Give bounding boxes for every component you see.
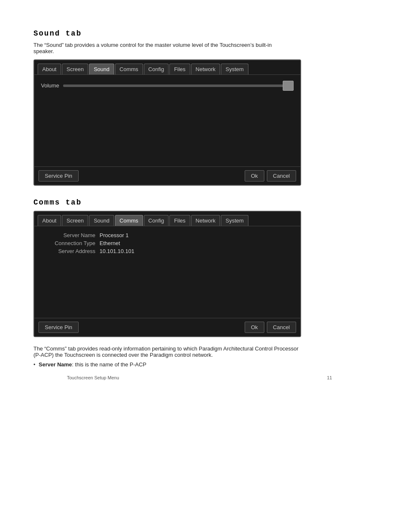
sound-tab-section: Sound tab The “Sound” tab provides a vol… bbox=[33, 29, 366, 186]
volume-track[interactable] bbox=[63, 84, 294, 87]
footer-label: Touchscreen Setup Menu bbox=[67, 375, 119, 380]
sound-ok-button[interactable]: Ok bbox=[245, 170, 264, 182]
comms-service-pin-button[interactable]: Service Pin bbox=[38, 322, 79, 333]
comms-tab-config[interactable]: Config bbox=[144, 215, 169, 226]
sound-service-pin-button[interactable]: Service Pin bbox=[38, 170, 79, 182]
comms-description: The “Comms” tab provides read-only infor… bbox=[33, 345, 301, 368]
sound-tab-comms[interactable]: Comms bbox=[115, 64, 143, 74]
bullet-text: Server Name: this is the name of the P-A… bbox=[39, 361, 146, 368]
sound-tab-network[interactable]: Network bbox=[191, 64, 220, 74]
comms-ok-button[interactable]: Ok bbox=[245, 322, 264, 333]
sound-tab-title: Sound tab bbox=[33, 29, 366, 38]
volume-row: Volume bbox=[41, 82, 294, 89]
comms-panel-body: Server NameProcessor 1Connection TypeEth… bbox=[34, 226, 300, 318]
comms-tab-section: Comms tab AboutScreenSoundCommsConfigFil… bbox=[33, 198, 366, 368]
comms-field-row-0: Server NameProcessor 1 bbox=[41, 232, 294, 238]
sound-cancel-button[interactable]: Cancel bbox=[267, 170, 296, 182]
comms-tab-sound[interactable]: Sound bbox=[89, 215, 114, 226]
bullet-definition: : this is the name of the P-ACP bbox=[72, 361, 146, 368]
comms-tab-comms[interactable]: Comms bbox=[115, 215, 143, 226]
sound-tab-description: The “Sound” tab provides a volume contro… bbox=[33, 42, 293, 54]
comms-desc-text: The “Comms” tab provides read-only infor… bbox=[33, 345, 301, 358]
comms-tab-files[interactable]: Files bbox=[169, 215, 190, 226]
sound-panel-footer: Service Pin Ok Cancel bbox=[34, 166, 300, 185]
comms-tab-title: Comms tab bbox=[33, 198, 366, 207]
comms-bullet: • Server Name: this is the name of the P… bbox=[33, 361, 301, 368]
comms-footer-left: Service Pin bbox=[38, 322, 79, 333]
volume-label: Volume bbox=[41, 82, 59, 89]
sound-tab-sound[interactable]: Sound bbox=[89, 64, 114, 74]
volume-handle[interactable] bbox=[283, 81, 294, 91]
comms-field-row-2: Server Address10.101.10.101 bbox=[41, 248, 294, 254]
comms-panel: AboutScreenSoundCommsConfigFilesNetworkS… bbox=[33, 211, 301, 337]
comms-field-value-0: Processor 1 bbox=[100, 232, 128, 238]
sound-panel-body: Volume bbox=[34, 74, 300, 166]
sound-footer-left: Service Pin bbox=[38, 170, 79, 182]
sound-tab-about[interactable]: About bbox=[38, 64, 61, 74]
sound-footer-right: Ok Cancel bbox=[245, 170, 296, 182]
comms-field-value-1: Ethernet bbox=[100, 240, 120, 246]
comms-tab-network[interactable]: Network bbox=[191, 215, 220, 226]
sound-tab-files[interactable]: Files bbox=[169, 64, 190, 74]
page-number: 11 bbox=[327, 375, 332, 380]
sound-tab-config[interactable]: Config bbox=[144, 64, 169, 74]
sound-tab-bar: AboutScreenSoundCommsConfigFilesNetworkS… bbox=[34, 60, 300, 74]
sound-tab-screen[interactable]: Screen bbox=[62, 64, 88, 74]
comms-cancel-button[interactable]: Cancel bbox=[267, 322, 296, 333]
comms-tab-system[interactable]: System bbox=[221, 215, 248, 226]
comms-tab-about[interactable]: About bbox=[38, 215, 61, 226]
comms-field-label-0: Server Name bbox=[41, 232, 95, 238]
page-footer: Touchscreen Setup Menu 11 bbox=[33, 368, 366, 393]
sound-panel: AboutScreenSoundCommsConfigFilesNetworkS… bbox=[33, 59, 301, 186]
comms-field-value-2: 10.101.10.101 bbox=[100, 248, 134, 254]
comms-field-label-1: Connection Type bbox=[41, 240, 95, 246]
bullet-term: Server Name bbox=[39, 361, 72, 368]
comms-tab-bar: AboutScreenSoundCommsConfigFilesNetworkS… bbox=[34, 212, 300, 226]
comms-field-label-2: Server Address bbox=[41, 248, 95, 254]
comms-panel-footer: Service Pin Ok Cancel bbox=[34, 318, 300, 336]
sound-tab-system[interactable]: System bbox=[221, 64, 248, 74]
comms-tab-screen[interactable]: Screen bbox=[62, 215, 88, 226]
comms-field-row-1: Connection TypeEthernet bbox=[41, 240, 294, 246]
bullet-dot: • bbox=[33, 361, 36, 368]
comms-footer-right: Ok Cancel bbox=[245, 322, 296, 333]
